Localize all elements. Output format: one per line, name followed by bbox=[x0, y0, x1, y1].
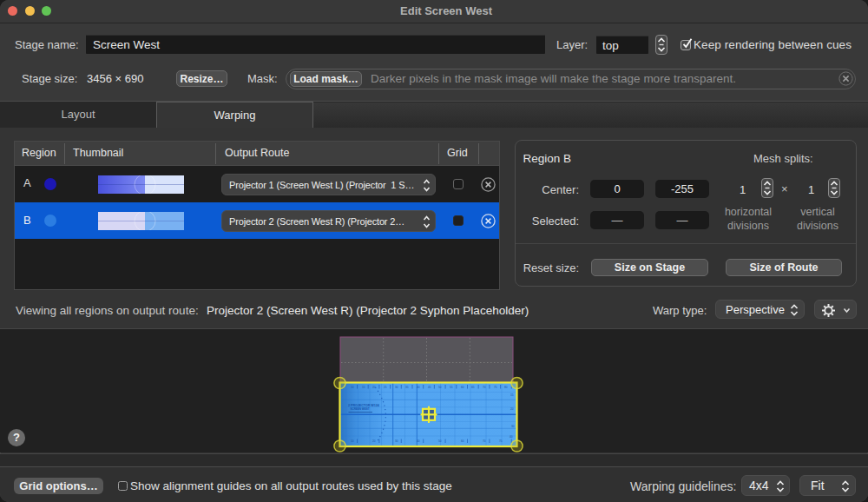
svg-text:10: 10 bbox=[351, 386, 354, 389]
svg-text:55: 55 bbox=[450, 386, 453, 389]
svg-text:50: 50 bbox=[438, 386, 442, 389]
svg-text:25: 25 bbox=[384, 386, 387, 389]
svg-text:10: 10 bbox=[351, 439, 354, 443]
svg-text:15: 15 bbox=[510, 393, 514, 397]
svg-text:20: 20 bbox=[372, 386, 376, 389]
svg-text:60: 60 bbox=[461, 386, 464, 389]
svg-text:30: 30 bbox=[395, 439, 398, 443]
svg-text:20: 20 bbox=[372, 439, 376, 443]
svg-text:30: 30 bbox=[511, 425, 515, 428]
svg-text:45: 45 bbox=[428, 386, 431, 389]
svg-text:80: 80 bbox=[504, 386, 508, 389]
svg-text:75: 75 bbox=[499, 439, 503, 443]
svg-text:30: 30 bbox=[395, 386, 398, 389]
svg-text:65: 65 bbox=[471, 386, 475, 389]
svg-text:40: 40 bbox=[417, 439, 420, 443]
svg-text:SCREEN WEST: SCREEN WEST bbox=[351, 407, 370, 411]
svg-text:35: 35 bbox=[405, 386, 409, 389]
svg-text:70: 70 bbox=[483, 386, 486, 389]
svg-text:20: 20 bbox=[510, 407, 514, 411]
svg-text:40: 40 bbox=[510, 435, 513, 439]
svg-text:50: 50 bbox=[438, 439, 442, 443]
svg-text:40: 40 bbox=[417, 386, 420, 389]
svg-text:15: 15 bbox=[362, 386, 365, 389]
svg-text:70: 70 bbox=[483, 439, 486, 443]
svg-text:60: 60 bbox=[461, 439, 464, 443]
svg-text:75: 75 bbox=[494, 386, 497, 389]
